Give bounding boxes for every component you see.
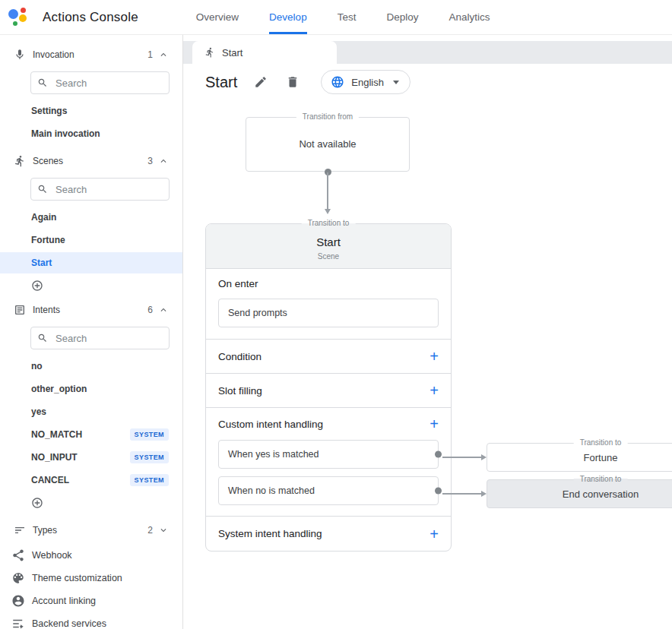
section-label: Types [33, 525, 57, 536]
transition-target-end-conversation[interactable]: Transition to End conversation [487, 479, 672, 508]
on-enter-label: On enter [218, 278, 439, 289]
scene-card-title: Start [206, 235, 451, 248]
chevron-up-icon[interactable] [158, 49, 169, 60]
add-condition-button[interactable]: + [430, 349, 439, 364]
sidebar-link-webhook[interactable]: Webhook [0, 544, 182, 567]
connector-arrowhead [481, 491, 487, 497]
nav-develop[interactable]: Develop [269, 0, 307, 34]
sidebar-item-again[interactable]: Again [0, 207, 182, 228]
search-icon [37, 77, 48, 88]
section-count: 6 [147, 305, 153, 315]
connector-line [442, 493, 481, 495]
invocation-search-input[interactable] [54, 77, 163, 90]
nav-test[interactable]: Test [338, 0, 357, 34]
tab-start[interactable]: Start [192, 41, 337, 64]
section-label: Intents [33, 305, 60, 315]
shell: Invocation 1 Settings Main invocation Sc… [0, 35, 672, 629]
add-circle-icon[interactable] [31, 280, 43, 292]
scene-card: Transition to Start Scene On enter Send … [205, 223, 452, 552]
handler-label: When yes is matched [228, 449, 319, 460]
nav-deploy[interactable]: Deploy [386, 0, 418, 34]
search-icon [37, 184, 48, 194]
language-label: English [351, 77, 384, 88]
transition-to-label: Transition to [574, 475, 628, 483]
scene-toolbar: Start English [183, 64, 672, 100]
handler-yes-matched[interactable]: When yes is matched [218, 440, 439, 469]
sidebar-item-cancel[interactable]: CANCEL SYSTEM [0, 469, 182, 491]
app-title: Actions Console [43, 10, 138, 25]
language-selector[interactable]: English [321, 70, 410, 94]
section-label: Scenes [33, 156, 63, 166]
webhook-icon [11, 548, 25, 562]
sidebar-item-no-match[interactable]: NO_MATCH SYSTEM [0, 424, 182, 445]
scene-canvas: Transition from Not available Transition… [183, 100, 672, 629]
connector-line [327, 172, 328, 209]
chevron-down-icon[interactable] [158, 525, 169, 536]
search-icon [37, 333, 48, 343]
sidebar-section-types[interactable]: Types 2 [0, 520, 182, 541]
sidebar-item-main-invocation[interactable]: Main invocation [0, 123, 182, 144]
sidebar-item-yes[interactable]: yes [0, 401, 182, 422]
transition-from-box: Transition from Not available [246, 117, 410, 172]
top-nav: Overview Develop Test Deploy Analytics [181, 0, 506, 34]
edit-icon[interactable] [254, 74, 269, 90]
run-icon [204, 47, 215, 58]
handler-no-matched[interactable]: When no is matched [218, 476, 439, 505]
assistant-logo-icon[interactable] [8, 7, 29, 28]
link-label: Theme customization [32, 573, 122, 583]
chevron-up-icon[interactable] [158, 305, 169, 315]
add-system-intent-button[interactable]: + [430, 526, 439, 542]
sidebar-item-settings[interactable]: Settings [0, 100, 182, 122]
target-value: End conversation [563, 488, 639, 500]
add-slot-button[interactable]: + [430, 383, 439, 398]
sidebar-section-intents[interactable]: Intents 6 [0, 299, 182, 321]
link-label: Backend services [32, 618, 106, 629]
chevron-up-icon[interactable] [158, 156, 169, 166]
sidebar-section-invocation[interactable]: Invocation 1 [0, 44, 182, 65]
condition-label: Condition [218, 351, 262, 362]
intent-label: CANCEL [31, 475, 69, 485]
link-label: Account linking [32, 596, 96, 606]
intents-search-input[interactable] [54, 332, 163, 345]
add-circle-icon[interactable] [31, 497, 43, 509]
sidebar-item-start[interactable]: Start [0, 252, 182, 273]
nav-analytics[interactable]: Analytics [449, 0, 490, 34]
section-count: 2 [147, 525, 153, 536]
add-intent-row [0, 492, 182, 514]
send-prompts-item[interactable]: Send prompts [218, 299, 439, 327]
slot-filling-label: Slot filling [218, 385, 262, 397]
nav-overview[interactable]: Overview [196, 0, 239, 34]
run-icon [14, 155, 26, 167]
tab-strip: Start [183, 41, 672, 64]
sidebar-link-theme-customization[interactable]: Theme customization [0, 567, 182, 589]
on-enter-section: On enter Send prompts [206, 269, 451, 340]
sidebar-item-other-option[interactable]: other_option [0, 378, 182, 400]
target-value: Fortune [584, 452, 618, 463]
sidebar-link-backend-services[interactable]: Backend services [0, 612, 182, 629]
types-icon [14, 524, 26, 536]
sidebar-item-no[interactable]: no [0, 356, 182, 377]
sidebar-section-scenes[interactable]: Scenes 3 [0, 150, 182, 172]
connector-arrowhead [481, 454, 487, 460]
transition-target-fortune[interactable]: Transition to Fortune [487, 443, 672, 472]
app-root: Actions Console Overview Develop Test De… [0, 0, 672, 629]
system-badge: SYSTEM [130, 451, 169, 463]
delete-icon[interactable] [286, 74, 301, 90]
connector-dot [435, 488, 442, 495]
add-custom-intent-button[interactable]: + [430, 416, 439, 431]
intent-label: NO_MATCH [31, 429, 82, 440]
link-label: Webhook [32, 550, 72, 561]
sidebar-item-fortune[interactable]: Fortune [0, 229, 182, 251]
section-count: 1 [147, 49, 153, 60]
sidebar-item-no-input[interactable]: NO_INPUT SYSTEM [0, 447, 182, 468]
sidebar-link-account-linking[interactable]: Account linking [0, 589, 182, 612]
scene-card-header[interactable]: Start Scene [206, 224, 451, 269]
sidebar: Invocation 1 Settings Main invocation Sc… [0, 35, 183, 629]
system-intent-section: System intent handling + [206, 517, 451, 551]
palette-icon [11, 571, 25, 585]
intents-search [30, 327, 170, 349]
section-count: 3 [147, 156, 153, 166]
section-label: Invocation [33, 49, 74, 60]
connector-dot [435, 451, 442, 458]
scenes-search-input[interactable] [54, 183, 163, 196]
